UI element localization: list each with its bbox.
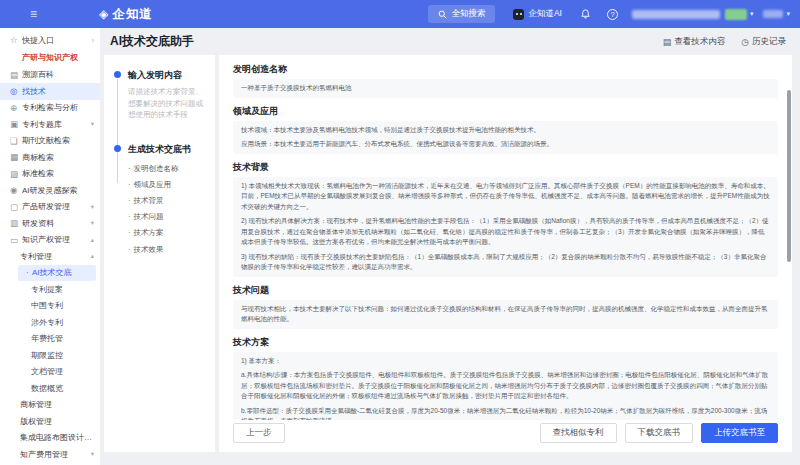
patent-mgmt-label: 专利管理 xyxy=(20,251,89,262)
notification-bell-icon[interactable] xyxy=(580,8,591,20)
help-icon[interactable]: ? xyxy=(607,9,618,20)
membership-badge-redacted xyxy=(725,9,747,20)
sidebar-item[interactable]: ▭ 知识产权管理 ▴ xyxy=(0,232,100,249)
view-tech-label: 查看技术内容 xyxy=(674,36,725,48)
step-generate-disclosure[interactable]: 生成技术交底书 · 发明创造名称 · 领域及应用 · 技术背景 · 技术问题 xyxy=(114,143,207,258)
chevron-down-icon[interactable]: ▾ xyxy=(786,10,790,18)
sidebar-other-groups: 商标管理 版权管理 集成电路布图设计管理 知产费用管理 ▾ xyxy=(0,397,100,463)
chevron-up-icon: ▴ xyxy=(91,252,94,260)
sidebar-item[interactable]: ❏ 期刊文献检索 xyxy=(0,133,100,150)
ai-assistant-entry[interactable]: 企知道AI xyxy=(513,8,562,20)
menu-item-label: AI研发灵感探索 xyxy=(22,185,92,196)
section-field-application: 领域及应用 技术领域：本技术主要涉及氢燃料电池技术领域，特别是通过质子交换膜技术… xyxy=(233,105,778,154)
sidebar-item[interactable]: 知产费用管理 ▾ xyxy=(0,446,100,463)
section-body: 与现有技术相比，本技术主要解决了以下技术问题：如何通过优化质子交换膜的结构和材料… xyxy=(233,300,778,329)
sidebar-item-quick-entry[interactable]: ☆ 快捷入口 › xyxy=(0,32,100,49)
menu-item-label: 知识产权管理 xyxy=(22,234,89,245)
section-solution: 技术方案 1) 基本方案： a.具体结构/步骤：本方案包括质子交换膜组件、电极组… xyxy=(233,336,778,420)
sidebar-item[interactable]: ▢ 产品研发管理 ▾ xyxy=(0,199,100,216)
sidebar-nav: ☆ 快捷入口 › 产研与知识产权 ▤ 溯源百科 ◎ 找技术 ⊕ 专利检索与分析 … xyxy=(0,28,100,465)
outline-item-label: 技术方案 xyxy=(134,225,164,241)
sidebar-subitem[interactable]: 中国专利 xyxy=(0,298,100,315)
outline-item[interactable]: · 技术方案 xyxy=(128,225,207,241)
sidebar-item[interactable]: 集成电路布图设计管理 xyxy=(0,430,100,447)
sidebar-item[interactable]: ◎ 找技术 xyxy=(0,83,100,100)
chevron-icon: ▾ xyxy=(91,120,94,128)
chevron-icon: ▾ xyxy=(91,203,94,211)
sidebar-item[interactable]: ◉ AI研发灵感探索 xyxy=(0,182,100,199)
robot-icon xyxy=(513,9,524,20)
sidebar-subitem[interactable]: 数据概览 xyxy=(0,380,100,397)
steps-panel: 输入发明内容 请描述技术方案背景、想要解决的技术问题或想使用的技术手段 生成技术… xyxy=(104,55,215,452)
patent-submenu: · AI技术交底 专利提案 中国专利 涉外专利 年费托管 期限监控 文档管理 xyxy=(0,265,100,397)
tech-field-text: 技术领域：本技术主要涉及氢燃料电池技术领域，特别是通过质子交换膜技术提升电池性能… xyxy=(241,125,770,136)
outline-item[interactable]: · 领域及应用 xyxy=(128,177,207,193)
outline-item[interactable]: · 技术问题 xyxy=(128,209,207,225)
sidebar-subitem[interactable]: 文档管理 xyxy=(0,364,100,381)
menu-item-icon: ⊕ xyxy=(10,103,22,113)
sidebar-subitem[interactable]: 涉外专利 xyxy=(0,314,100,331)
sidebar-group-title: 产研与知识产权 xyxy=(0,49,100,67)
page-header-actions: ▤ 查看技术内容 ◷ 历史记录 xyxy=(663,36,786,48)
user-menu-redacted[interactable] xyxy=(763,10,783,18)
hamburger-menu-icon[interactable]: ≡ xyxy=(30,7,37,21)
page-header: AI技术交底助手 ▤ 查看技术内容 ◷ 历史记录 xyxy=(100,28,800,55)
sidebar-subitem[interactable]: 期限监控 xyxy=(0,347,100,364)
bullet-icon: · xyxy=(128,193,131,209)
menu-item-icon: ▤ xyxy=(10,70,22,80)
sidebar-item[interactable]: ▣ 专利专题库 ▾ xyxy=(0,116,100,133)
menu-item-icon: ▭ xyxy=(10,235,22,245)
outline-item[interactable]: · 发明创造名称 xyxy=(128,161,207,177)
download-disclosure-button[interactable]: 下载交底书 xyxy=(625,423,694,443)
menu-item-label: 商标检索 xyxy=(22,152,92,163)
search-icon xyxy=(438,10,447,19)
solution-parts: b.零部件选型：质子交换膜采用全氟磺酸-二氧化硅复合膜，厚度为20-50微米；纳… xyxy=(241,406,770,420)
clock-icon: ◷ xyxy=(741,37,749,47)
upload-disclosure-button[interactable]: 上传交底书至 xyxy=(701,423,778,443)
section-body: 1) 本领域相关技术大致现状：氢燃料电池作为一种清洁能源技术，近年来在交通、电力… xyxy=(233,177,778,277)
sidebar-item[interactable]: ▥ 研发资料 ▾ xyxy=(0,215,100,232)
sidebar-item-patent-management[interactable]: 专利管理 ▴ xyxy=(0,248,100,265)
history-link[interactable]: ◷ 历史记录 xyxy=(741,36,786,48)
sidebar-item[interactable]: ▦ 商标检索 xyxy=(0,149,100,166)
problem-text: 与现有技术相比，本技术主要解决了以下技术问题：如何通过优化质子交换膜的结构和材料… xyxy=(241,304,770,325)
sidebar-item[interactable]: 版权管理 xyxy=(0,413,100,430)
step2-outline: · 发明创造名称 · 领域及应用 · 技术背景 · 技术问题 · 技术方案 xyxy=(128,161,207,258)
sidebar-subitem[interactable]: 年费托管 xyxy=(0,331,100,348)
logo[interactable]: ◈ 企知道 xyxy=(99,6,153,23)
background-p3: 3) 现有技术的缺陷：现有质子交换膜技术的主要缺陷包括：（1）全氟磺酸膜成本高，… xyxy=(241,252,770,273)
outline-item[interactable]: · 技术背景 xyxy=(128,193,207,209)
scrollbar[interactable] xyxy=(787,90,791,262)
view-tech-content-link[interactable]: ▤ 查看技术内容 xyxy=(663,36,726,48)
sidebar-subitem[interactable]: 专利提案 xyxy=(0,281,100,298)
chevron-down-icon[interactable]: ▾ xyxy=(750,10,754,18)
subitem-label: 中国专利 xyxy=(31,300,94,311)
section-title: 技术问题 xyxy=(233,284,778,297)
global-search[interactable]: 全知搜索 xyxy=(428,5,495,23)
step-input-invention[interactable]: 输入发明内容 请描述技术方案背景、想要解决的技术问题或想使用的技术手段 xyxy=(114,69,207,121)
sidebar-item[interactable]: 商标管理 xyxy=(0,397,100,414)
subitem-label: 期限监控 xyxy=(31,350,94,361)
bullet-icon: · xyxy=(128,242,131,258)
sidebar-item[interactable]: ▨ 标准检索 xyxy=(0,166,100,183)
navbar-right: 全知搜索 企知道AI ? ▾ ▾ xyxy=(428,5,790,23)
background-p1: 1) 本领域相关技术大致现状：氢燃料电池作为一种清洁能源技术，近年来在交通、电力… xyxy=(241,181,770,213)
sidebar-item[interactable]: ▤ 溯源百科 xyxy=(0,67,100,84)
menu-item-icon: ▣ xyxy=(10,119,22,129)
menu-item-label: 标准检索 xyxy=(22,168,92,179)
company-name-redacted xyxy=(632,10,720,19)
section-title: 领域及应用 xyxy=(233,105,778,118)
sidebar-subitem[interactable]: · AI技术交底 xyxy=(18,265,96,282)
search-label: 全知搜索 xyxy=(451,8,485,20)
section-title: 技术方案 xyxy=(233,336,778,349)
previous-step-button[interactable]: 上一步 xyxy=(233,423,285,443)
subitem-label: 文档管理 xyxy=(31,366,94,377)
page-title: AI技术交底助手 xyxy=(110,33,194,50)
document-scroll-area[interactable]: 发明创造名称 一种基于质子交换膜技术的氢燃料电池 领域及应用 技术领域：本技术主… xyxy=(219,55,792,420)
document-icon: ▤ xyxy=(663,37,672,47)
find-similar-patents-button[interactable]: 查找相似专利 xyxy=(540,423,617,443)
outline-item[interactable]: · 技术效果 xyxy=(128,242,207,258)
sidebar-item[interactable]: ⊕ 专利检索与分析 xyxy=(0,100,100,117)
menu-item-icon: ▢ xyxy=(10,202,22,212)
section-invention-name: 发明创造名称 一种基于质子交换膜技术的氢燃料电池 xyxy=(233,63,778,98)
